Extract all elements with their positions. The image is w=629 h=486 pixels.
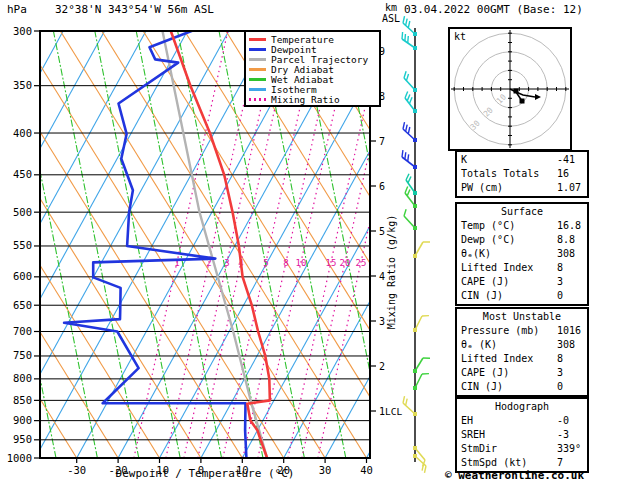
stats-label: Dewp (°C): [461, 234, 515, 245]
mixing-ratio-value-label: 3: [224, 258, 229, 268]
stats-label: Temp (°C): [461, 220, 515, 231]
km-tick-label: 6: [379, 181, 385, 192]
pressure-tick-label: 700: [13, 325, 32, 337]
legend-item: Mixing Ratio: [249, 94, 376, 104]
hodograph-marker: [514, 89, 519, 94]
legend-item: Parcel Trajectory: [249, 54, 376, 64]
barb-feather: [403, 122, 405, 129]
legend-item: Wet Adiabat: [249, 74, 376, 84]
stats-label: PW (cm): [461, 182, 503, 193]
barb-feather: [406, 74, 408, 81]
stats-label: Totals Totals: [461, 168, 539, 179]
pressure-tick-label: 850: [13, 394, 32, 406]
barb-feather: [405, 92, 408, 98]
dewpoint-curve: [64, 31, 246, 458]
barb-staff: [415, 316, 422, 330]
barb-staff: [404, 78, 415, 90]
stats-label: CAPE (J): [461, 276, 509, 287]
stats-value: 308: [557, 247, 575, 261]
wet-adiabat-line: [95, 31, 180, 458]
stats-row: K-41: [457, 153, 587, 167]
barb-feather: [422, 464, 424, 471]
pressure-tick-label: 900: [13, 414, 32, 426]
stats-value: 1.07: [557, 181, 581, 195]
stats-label: Pressure (mb): [461, 325, 539, 336]
legend-swatch-mixing_ratio: [249, 98, 266, 101]
km-tick-label: 3: [379, 316, 385, 327]
stats-label: K: [461, 154, 467, 165]
barb-feather: [406, 174, 409, 180]
pressure-tick-label: 650: [13, 299, 32, 311]
barb-feather: [403, 396, 405, 403]
legend-swatch-isotherm: [249, 88, 266, 91]
stats-value: 3: [557, 366, 563, 380]
barb-feather: [402, 32, 403, 39]
mixing-ratio-line: [134, 31, 228, 458]
stats-value: 8.8: [557, 233, 575, 247]
km-tick-label: 4: [379, 271, 385, 282]
stats-label: θₑ(K): [461, 248, 491, 259]
temperature-axis-label: Dewpoint / Temperature (°C): [40, 468, 370, 480]
stats-label: CIN (J): [461, 381, 503, 392]
barb-feather: [408, 177, 411, 183]
barb-feather: [403, 16, 405, 23]
barb-staff: [403, 403, 415, 414]
legend-item: Dry Adiabat: [249, 64, 376, 74]
stats-value: 8: [557, 261, 563, 275]
stats-label: Lifted Index: [461, 262, 533, 273]
stats-value: 1016: [557, 324, 581, 338]
barb-feather: [405, 34, 406, 41]
stats-label: EH: [461, 415, 473, 426]
altitude-axis-ref: ASL: [382, 13, 400, 24]
stats-row: Pressure (mb)1016: [457, 324, 587, 338]
km-tick-label: 7: [379, 136, 385, 147]
stats-box-surface: SurfaceTemp (°C)16.8Dewp (°C)8.8θₑ(K)308…: [455, 202, 589, 306]
stats-label: StmSpd (kt): [461, 457, 527, 468]
mixing-ratio-value-label: 20: [340, 258, 351, 268]
legend-label: Mixing Ratio: [271, 94, 340, 105]
legend-swatch-parcel: [249, 58, 266, 61]
stats-row: EH-0: [457, 414, 587, 428]
km-tick-label: 5: [379, 226, 385, 237]
barb-feather: [408, 127, 410, 134]
stats-label: SREH: [461, 429, 485, 440]
stats-row: Lifted Index8: [457, 261, 587, 275]
stats-value: -41: [557, 153, 575, 167]
stats-value: 8: [557, 352, 563, 366]
barb-feather: [408, 21, 410, 28]
pressure-tick-label: 950: [13, 433, 32, 445]
legend-swatch-dewpoint: [249, 48, 266, 51]
stats-row: PW (cm)1.07: [457, 181, 587, 195]
mixing-ratio-value-label: 15: [326, 258, 337, 268]
stats-row: CIN (J)0: [457, 380, 587, 394]
barb-staff: [415, 358, 423, 371]
stats-row: θₑ (K)308: [457, 338, 587, 352]
barb-feather: [408, 36, 409, 43]
stats-label: CIN (J): [461, 290, 503, 301]
stats-value: 0: [557, 380, 563, 394]
barb-feather: [406, 125, 408, 132]
pressure-tick-label: 600: [13, 270, 32, 282]
stats-box-title: Surface: [457, 205, 587, 219]
barb-feather: [405, 187, 408, 193]
wind-barb-column: [402, 16, 430, 473]
hodograph-unit-label: kt: [454, 31, 466, 42]
barb-staff: [404, 216, 415, 228]
stats-box-title: Most Unstable: [457, 310, 587, 324]
pressure-tick-label: 500: [13, 206, 32, 218]
mixing-ratio-value-label: 25: [356, 258, 367, 268]
hodograph: 102030kt: [449, 28, 571, 150]
stats-row: StmSpd (kt)7: [457, 456, 587, 470]
copyright-text: © weatheronline.co.uk: [445, 470, 584, 482]
barb-feather: [407, 189, 410, 195]
pressure-tick-label: 400: [13, 127, 32, 139]
stats-value: 16.8: [557, 219, 581, 233]
stats-label: Lifted Index: [461, 353, 533, 364]
pressure-tick-label: 750: [13, 349, 32, 361]
stats-box-hodograph-stats: HodographEH-0SREH-3StmDir339°StmSpd (kt)…: [455, 397, 589, 473]
altitude-axis-unit: km: [385, 2, 397, 13]
barb-feather: [408, 154, 409, 161]
lcl-marker-label: LCL: [385, 406, 402, 417]
stats-row: Dewp (°C)8.8: [457, 233, 587, 247]
pressure-tick-label: 350: [13, 79, 32, 91]
